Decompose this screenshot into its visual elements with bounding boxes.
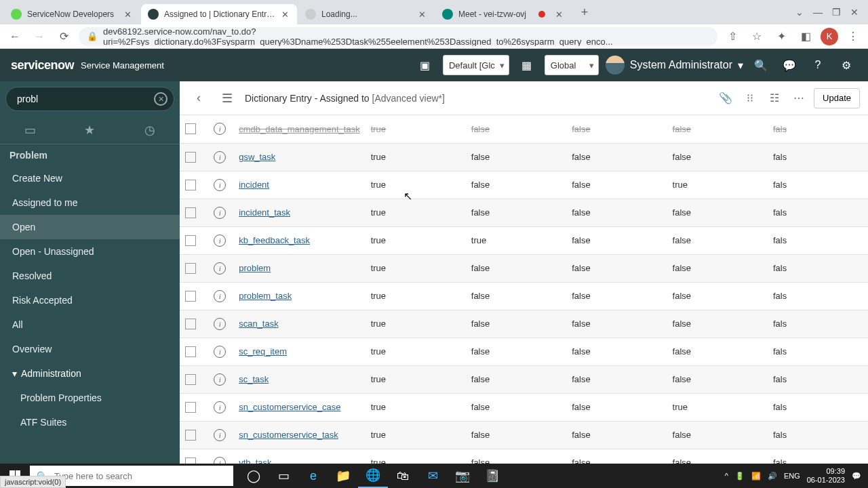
record-link[interactable]: sn_customerservice_case bbox=[239, 402, 340, 412]
record-link[interactable]: sn_customerservice_task bbox=[239, 430, 338, 440]
more-actions-icon[interactable]: ⋯ bbox=[789, 89, 808, 108]
record-link[interactable]: sc_task bbox=[239, 374, 269, 384]
clear-filter-icon[interactable]: ✕ bbox=[154, 92, 167, 106]
row-checkbox[interactable] bbox=[185, 319, 196, 329]
personalize-icon[interactable]: ☷ bbox=[765, 89, 784, 108]
clock[interactable]: 09:39 06-01-2023 bbox=[807, 467, 845, 485]
info-icon[interactable]: i bbox=[214, 457, 226, 464]
task-view-icon[interactable]: ◯ bbox=[239, 464, 269, 488]
info-icon[interactable]: i bbox=[214, 401, 226, 413]
nav-group-administration[interactable]: ▾ Administration bbox=[0, 361, 180, 386]
bookmark-icon[interactable]: ☆ bbox=[747, 27, 766, 46]
volume-icon[interactable]: 🔊 bbox=[768, 472, 777, 481]
nav-tree[interactable]: Problem Create NewAssigned to meOpenOpen… bbox=[0, 144, 180, 464]
gear-icon[interactable]: ⚙ bbox=[835, 54, 857, 76]
sidepanel-icon[interactable]: ◧ bbox=[796, 27, 815, 46]
store-icon[interactable]: 🛍 bbox=[388, 464, 418, 488]
info-icon[interactable]: i bbox=[214, 346, 226, 358]
nav-tab-history[interactable]: ◷ bbox=[120, 117, 180, 144]
record-link[interactable]: problem_task bbox=[239, 291, 292, 301]
row-checkbox[interactable] bbox=[185, 152, 196, 163]
record-link[interactable]: gsw_task bbox=[239, 152, 275, 162]
extensions-icon[interactable]: ✦ bbox=[772, 27, 791, 46]
nav-tab-favorites[interactable]: ★ bbox=[60, 117, 119, 144]
row-checkbox[interactable] bbox=[185, 291, 196, 302]
app-scope-icon[interactable]: ▦ bbox=[516, 54, 538, 76]
record-link[interactable]: incident bbox=[239, 180, 269, 190]
tab-close-icon[interactable]: ✕ bbox=[416, 9, 427, 20]
browser-tab[interactable]: ServiceNow Developers ✕ bbox=[4, 4, 140, 24]
row-checkbox[interactable] bbox=[185, 374, 196, 385]
nav-item[interactable]: ATF Suites bbox=[0, 410, 180, 434]
row-checkbox[interactable] bbox=[185, 402, 196, 413]
new-tab-button[interactable]: + bbox=[575, 3, 594, 22]
system-tray[interactable]: ^ 🔋 📶 🔊 ENG 09:39 06-01-2023 💬 bbox=[718, 467, 868, 485]
nav-tab-all[interactable]: ▭ bbox=[0, 117, 60, 144]
language-indicator[interactable]: ENG bbox=[784, 472, 800, 480]
nav-item[interactable]: Open - Unassigned bbox=[0, 239, 180, 264]
global-search-icon[interactable]: 🔍 bbox=[750, 54, 772, 76]
camera-icon[interactable]: 📷 bbox=[448, 464, 477, 488]
info-icon[interactable]: i bbox=[214, 373, 226, 386]
share-icon[interactable]: ⇧ bbox=[723, 27, 742, 46]
tab-close-icon[interactable]: ✕ bbox=[122, 9, 133, 20]
explorer-icon[interactable]: 📁 bbox=[328, 464, 358, 488]
update-set-picker[interactable]: Default [Glc bbox=[443, 55, 509, 75]
row-checkbox[interactable] bbox=[185, 430, 196, 441]
info-icon[interactable]: i bbox=[214, 123, 226, 135]
help-icon[interactable]: ? bbox=[807, 54, 829, 76]
cortana-icon[interactable]: ▭ bbox=[269, 464, 298, 488]
chrome-menu-icon[interactable]: ⋮ bbox=[844, 27, 863, 46]
record-link[interactable]: cmdb_data_management_task bbox=[239, 124, 360, 134]
app-scope-picker[interactable]: Global bbox=[545, 55, 599, 75]
tab-close-icon[interactable]: ✕ bbox=[553, 9, 564, 20]
row-checkbox[interactable] bbox=[185, 458, 196, 464]
browser-tab[interactable]: Loading... ✕ bbox=[298, 4, 434, 24]
battery-icon[interactable]: 🔋 bbox=[735, 472, 745, 481]
row-checkbox[interactable] bbox=[185, 263, 196, 274]
info-icon[interactable]: i bbox=[214, 429, 226, 441]
browser-tab[interactable]: Meet - vei-tzvw-ovj ✕ bbox=[435, 4, 571, 24]
nav-filter-input[interactable] bbox=[5, 87, 174, 111]
info-icon[interactable]: i bbox=[214, 235, 226, 247]
url-input[interactable]: 🔒 dev68192.service-now.com/nav_to.do?uri… bbox=[79, 27, 717, 46]
notepad-icon[interactable]: 📓 bbox=[477, 464, 507, 488]
minimize-icon[interactable]: — bbox=[813, 7, 823, 18]
info-icon[interactable]: i bbox=[214, 318, 226, 330]
update-button[interactable]: Update bbox=[814, 88, 860, 108]
tabs-dropdown-icon[interactable]: ⌄ bbox=[795, 7, 804, 18]
edge-icon[interactable]: e bbox=[298, 464, 328, 488]
tray-chevron-icon[interactable]: ^ bbox=[725, 472, 728, 480]
logo[interactable]: servicenow bbox=[11, 58, 74, 73]
row-checkbox[interactable] bbox=[185, 346, 196, 357]
row-checkbox[interactable] bbox=[185, 235, 196, 246]
user-menu[interactable]: System Administrator ▾ bbox=[606, 56, 743, 75]
nav-module-header[interactable]: Problem bbox=[0, 144, 180, 166]
record-link[interactable]: vtb_task bbox=[239, 458, 271, 464]
reload-button[interactable]: ⟳ bbox=[54, 27, 73, 46]
info-icon[interactable]: i bbox=[214, 207, 226, 219]
close-window-icon[interactable]: ✕ bbox=[850, 7, 859, 18]
info-icon[interactable]: i bbox=[214, 290, 226, 302]
row-checkbox[interactable] bbox=[185, 180, 196, 190]
notifications-icon[interactable]: 💬 bbox=[852, 472, 861, 481]
wifi-icon[interactable]: 📶 bbox=[751, 472, 761, 481]
record-link[interactable]: sc_req_item bbox=[239, 346, 287, 357]
row-checkbox[interactable] bbox=[185, 123, 196, 134]
maximize-icon[interactable]: ❐ bbox=[832, 7, 841, 18]
nav-item[interactable]: Risk Accepted bbox=[0, 288, 180, 312]
related-list-table[interactable]: i cmdb_data_management_task true false f… bbox=[180, 115, 868, 464]
forward-button[interactable]: → bbox=[30, 27, 49, 46]
profile-avatar[interactable]: K bbox=[821, 28, 838, 45]
back-icon[interactable]: ‹ bbox=[188, 87, 210, 109]
attachment-icon[interactable]: 📎 bbox=[716, 89, 735, 108]
info-icon[interactable]: i bbox=[214, 179, 226, 191]
record-link[interactable]: problem bbox=[239, 263, 271, 273]
info-icon[interactable]: i bbox=[214, 262, 226, 274]
info-icon[interactable]: i bbox=[214, 151, 226, 163]
context-menu-icon[interactable]: ☰ bbox=[216, 87, 238, 109]
chrome-icon[interactable]: 🌐 bbox=[358, 464, 388, 488]
browser-tab[interactable]: Assigned to | Dictionary Entry | S ✕ bbox=[141, 4, 297, 24]
nav-item[interactable]: Open bbox=[0, 215, 180, 239]
nav-item[interactable]: Resolved bbox=[0, 264, 180, 288]
